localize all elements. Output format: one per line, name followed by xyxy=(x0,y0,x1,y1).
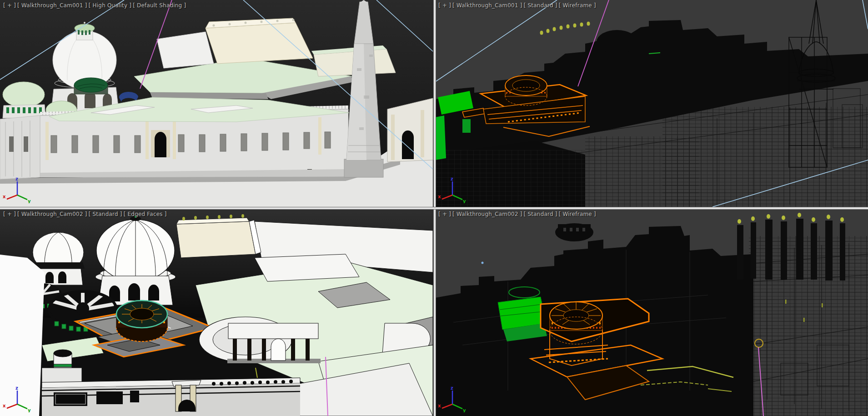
viewport-quad-layout: [ + ][ Walkthrough_Cam001 ][ High Qualit… xyxy=(0,0,868,416)
cream-pavilion xyxy=(176,214,261,258)
svg-text:z: z xyxy=(451,386,453,391)
viewport-cam001-shaded[interactable]: [ + ][ Walkthrough_Cam001 ][ High Qualit… xyxy=(0,0,433,207)
svg-text:z: z xyxy=(451,176,453,181)
viewport-quality-mode[interactable]: [ Standard ] xyxy=(524,211,557,217)
blue-vertex-dot xyxy=(482,262,484,264)
axis-tripod: z x y xyxy=(3,176,31,203)
scene-wireframe-far xyxy=(435,0,868,207)
svg-text:y: y xyxy=(463,408,466,412)
viewport-shading-mode[interactable]: [ Wireframe ] xyxy=(559,2,596,9)
viewport-menu-button[interactable]: [ + ] xyxy=(3,2,16,9)
viewport-cam002-wireframe[interactable]: [ + ][ Walkthrough_Cam002 ][ Standard ][… xyxy=(435,209,868,416)
viewport-cam002-edged-faces[interactable]: [ + ][ Walkthrough_Cam002 ][ Standard ][… xyxy=(0,209,433,416)
svg-text:z: z xyxy=(15,176,18,181)
axis-tripod: z x y xyxy=(438,385,466,412)
svg-text:y: y xyxy=(28,408,31,412)
viewport-cam001-wireframe[interactable]: [ + ][ Walkthrough_Cam001 ][ Standard ][… xyxy=(435,0,868,207)
scene-shaded-palace xyxy=(0,0,433,207)
svg-text:x: x xyxy=(438,194,441,199)
viewport-shading-mode[interactable]: [ Default Shading ] xyxy=(133,2,186,9)
viewport-label: [ + ][ Walkthrough_Cam002 ][ Standard ][… xyxy=(438,211,597,217)
viewport-splitter-horizontal[interactable] xyxy=(0,207,868,210)
viewport-camera-name[interactable]: [ Walkthrough_Cam001 ] xyxy=(17,2,87,9)
svg-text:x: x xyxy=(3,194,6,199)
svg-text:x: x xyxy=(438,403,441,408)
scene-wireframe-closeup xyxy=(435,209,868,416)
viewport-camera-name[interactable]: [ Walkthrough_Cam002 ] xyxy=(17,211,87,217)
glass-drum xyxy=(74,78,108,94)
axis-tripod: z x y xyxy=(3,385,31,412)
viewport-menu-button[interactable]: [ + ] xyxy=(3,211,16,217)
viewport-label: [ + ][ Walkthrough_Cam001 ][ High Qualit… xyxy=(3,2,187,9)
viewport-shading-mode[interactable]: [ Edged Faces ] xyxy=(124,211,167,217)
palace-doorway xyxy=(155,132,166,157)
viewport-menu-button[interactable]: [ + ] xyxy=(438,211,451,217)
viewport-shading-mode[interactable]: [ Wireframe ] xyxy=(559,211,596,217)
axis-tripod: z x y xyxy=(438,176,466,203)
viewport-camera-name[interactable]: [ Walkthrough_Cam001 ] xyxy=(452,2,522,9)
svg-text:y: y xyxy=(463,199,466,203)
viewport-label: [ + ][ Walkthrough_Cam002 ][ Standard ][… xyxy=(3,211,168,217)
svg-text:x: x xyxy=(3,403,6,408)
cream-pavilion-roof xyxy=(206,23,313,64)
svg-text:z: z xyxy=(15,386,18,391)
viewport-menu-button[interactable]: [ + ] xyxy=(438,2,451,9)
gate-doorway xyxy=(402,130,414,159)
svg-text:y: y xyxy=(28,199,31,203)
viewport-camera-name[interactable]: [ Walkthrough_Cam002 ] xyxy=(452,211,522,217)
viewport-label: [ + ][ Walkthrough_Cam001 ][ Standard ][… xyxy=(438,2,597,9)
viewport-quality-mode[interactable]: [ High Quality ] xyxy=(89,2,131,9)
viewport-quality-mode[interactable]: [ Standard ] xyxy=(524,2,557,9)
selected-object-rotunda[interactable] xyxy=(116,301,167,341)
scene-edged-faces-closeup xyxy=(0,209,433,416)
main-dome-edged xyxy=(95,216,176,305)
viewport-quality-mode[interactable]: [ Standard ] xyxy=(89,211,122,217)
